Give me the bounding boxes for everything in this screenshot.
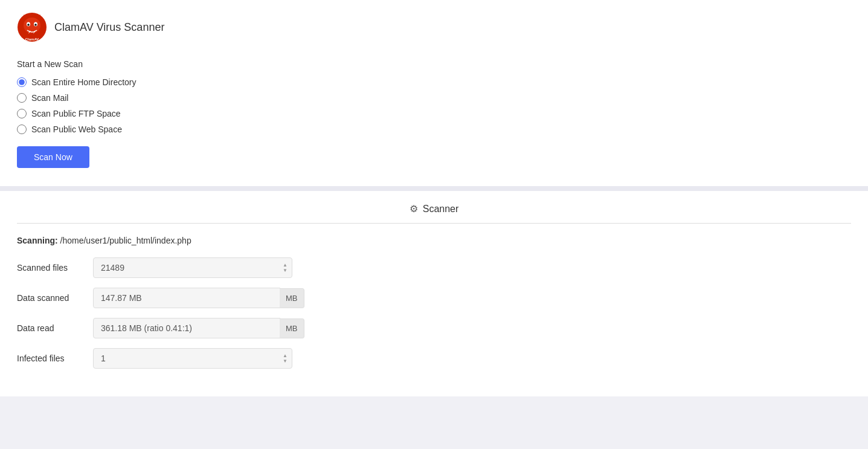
data-scanned-wrapper: MB [93, 288, 304, 308]
scan-now-button[interactable]: Scan Now [17, 146, 89, 168]
radio-option-home[interactable]: Scan Entire Home Directory [17, 77, 851, 87]
scanned-files-row: Scanned files ▲ ▼ [17, 257, 851, 278]
scanned-files-label: Scanned files [17, 263, 83, 273]
data-read-label: Data read [17, 323, 83, 333]
scanned-files-wrapper: ▲ ▼ [93, 257, 292, 278]
clamav-logo: ClamAV [17, 12, 47, 42]
data-scanned-label: Data scanned [17, 293, 83, 303]
spinner-down-icon: ▼ [283, 359, 288, 364]
radio-web-label: Scan Public Web Space [31, 124, 122, 134]
scanning-label: Scanning: [17, 236, 58, 245]
data-read-input [93, 318, 280, 338]
radio-home[interactable] [17, 77, 27, 87]
app-title: ClamAV Virus Scanner [54, 21, 164, 34]
data-scanned-input [93, 288, 280, 308]
scanner-title: Scanner [423, 204, 459, 215]
radio-web[interactable] [17, 124, 27, 134]
data-read-unit: MB [280, 318, 304, 338]
data-scanned-unit: MB [280, 288, 304, 308]
svg-point-5 [34, 24, 37, 26]
radio-ftp-label: Scan Public FTP Space [31, 109, 121, 118]
scanned-files-input [93, 257, 292, 278]
svg-point-1 [24, 18, 40, 33]
bottom-section: ⚙ Scanner Scanning: /home/user1/public_h… [0, 191, 868, 396]
scanning-path: /home/user1/public_html/index.php [60, 236, 191, 245]
infected-files-spinner: ▲ ▼ [283, 354, 288, 364]
spinner-up-icon: ▲ [283, 354, 288, 358]
data-read-wrapper: MB [93, 318, 304, 338]
section-title: Start a New Scan [17, 59, 851, 69]
svg-point-4 [27, 24, 30, 26]
radio-option-web[interactable]: Scan Public Web Space [17, 124, 851, 134]
radio-ftp[interactable] [17, 109, 27, 118]
infected-files-wrapper: ▲ ▼ [93, 348, 292, 369]
scanned-files-spinner: ▲ ▼ [283, 263, 288, 273]
radio-mail[interactable] [17, 93, 27, 103]
infected-files-input [93, 348, 292, 369]
radio-home-label: Scan Entire Home Directory [31, 77, 137, 87]
infected-files-label: Infected files [17, 354, 83, 363]
scanner-header: ⚙ Scanner [17, 203, 851, 215]
radio-mail-label: Scan Mail [31, 93, 68, 103]
spinner-up-icon: ▲ [283, 263, 288, 268]
header-divider [17, 223, 851, 224]
svg-text:ClamAV: ClamAV [25, 37, 39, 41]
data-scanned-row: Data scanned MB [17, 288, 851, 308]
radio-option-ftp[interactable]: Scan Public FTP Space [17, 109, 851, 118]
app-header: ClamAV ClamAV Virus Scanner [17, 12, 851, 42]
gear-icon: ⚙ [410, 203, 418, 215]
scan-options-group: Scan Entire Home Directory Scan Mail Sca… [17, 77, 851, 134]
infected-files-row: Infected files ▲ ▼ [17, 348, 851, 369]
top-section: ClamAV ClamAV Virus Scanner Start a New … [0, 0, 868, 186]
spinner-down-icon: ▼ [283, 268, 288, 273]
data-read-row: Data read MB [17, 318, 851, 338]
scanning-status: Scanning: /home/user1/public_html/index.… [17, 236, 851, 245]
radio-option-mail[interactable]: Scan Mail [17, 93, 851, 103]
section-divider [0, 186, 868, 191]
